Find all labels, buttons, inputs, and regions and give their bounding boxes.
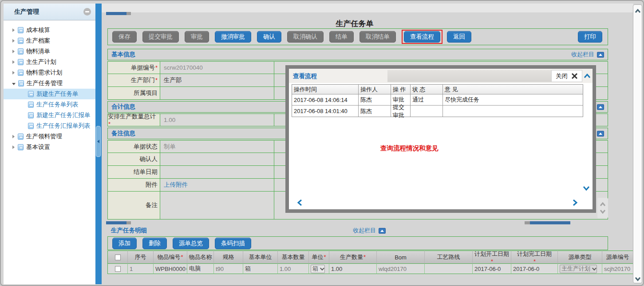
process-table-header: 操作时间 操作人 操 作 状 态 意 见 bbox=[292, 85, 583, 94]
op-time-cell: 2017-06-08 14:06:14 bbox=[292, 94, 359, 106]
scroll-left-icon[interactable] bbox=[297, 199, 304, 205]
order-status-field: 制单 bbox=[160, 141, 274, 153]
close-button[interactable]: 关闭 bbox=[556, 72, 568, 80]
sidebar-item-new-task-report[interactable]: 新建生产任务汇报单 bbox=[4, 110, 95, 121]
sidebar-item-label: 基本设置 bbox=[26, 143, 50, 151]
plan-end-cell[interactable]: 2017-06-0 bbox=[511, 264, 558, 274]
scroll-up-icon[interactable] bbox=[635, 7, 641, 12]
chevron-up-icon[interactable] bbox=[600, 202, 606, 207]
col-plan-end: 计划完工日期 bbox=[511, 251, 558, 264]
page-icon bbox=[18, 38, 24, 44]
source-overview-button[interactable]: 源单总览 bbox=[173, 238, 209, 249]
col-op-time: 操作时间 bbox=[292, 85, 359, 94]
sidebar-item-mrp[interactable]: 物料需求计划 bbox=[4, 67, 95, 78]
revoke-approval-button[interactable]: 撤消审批 bbox=[215, 31, 251, 43]
cancel-confirm-button[interactable]: 取消确认 bbox=[287, 31, 324, 43]
status-cell bbox=[411, 106, 443, 117]
remark-field[interactable] bbox=[160, 192, 274, 219]
close-icon[interactable] bbox=[571, 73, 578, 79]
sidebar-item-task-order-list[interactable]: 生产任务单列表 bbox=[4, 99, 95, 110]
close-date-field[interactable] bbox=[160, 166, 274, 178]
sidebar-item-new-task-order[interactable]: 新建生产任务单 bbox=[4, 89, 95, 99]
back-button[interactable]: 返回 bbox=[447, 31, 471, 43]
order-no-field[interactable]: scrw20170040 bbox=[160, 62, 274, 74]
unit-select[interactable]: 箱 bbox=[311, 265, 325, 273]
item-code-cell[interactable]: WPBH0000 bbox=[154, 264, 187, 274]
sidebar-item-master-plan[interactable]: 主生产计划 bbox=[4, 57, 95, 67]
collapse-up-icon[interactable] bbox=[597, 131, 604, 137]
sidebar-splitter[interactable] bbox=[95, 4, 102, 284]
row-select-cell bbox=[107, 264, 128, 274]
scroll-down-icon[interactable] bbox=[635, 275, 641, 281]
collapse-section-link[interactable]: 收起栏目 bbox=[571, 51, 604, 59]
horizontal-scrollbar-detail-right[interactable] bbox=[525, 221, 570, 224]
vertical-scrollbar[interactable] bbox=[633, 4, 642, 283]
approve-button[interactable]: 审批 bbox=[185, 31, 209, 43]
sidebar-item-label: 生产领料管理 bbox=[26, 133, 62, 141]
page-icon bbox=[18, 70, 24, 76]
scroll-up-icon[interactable] bbox=[584, 73, 591, 79]
qty-cell[interactable]: 1.00 bbox=[329, 264, 377, 274]
detail-toolbar: 添加 删除 源单总览 条码扫描 bbox=[107, 236, 608, 250]
dialog-close-box: 关闭 bbox=[551, 70, 582, 82]
col-operator: 操作人 bbox=[359, 85, 391, 94]
col-source-no: 源单编号 bbox=[602, 251, 633, 264]
submit-approval-button[interactable]: 提交审批 bbox=[142, 31, 179, 43]
confirm-button[interactable]: 确认 bbox=[257, 31, 281, 43]
collapse-up-icon[interactable] bbox=[379, 228, 386, 234]
collapse-up-icon[interactable] bbox=[597, 104, 604, 110]
scrollbar-thumb[interactable] bbox=[106, 12, 126, 15]
col-qty: 生产数量 bbox=[329, 251, 377, 264]
splitter-collapse-handle[interactable] bbox=[96, 126, 101, 157]
horizontal-scrollbar-detail-left[interactable] bbox=[106, 221, 131, 224]
sidebar: 生产管理 成本核算 生产档案 物料清单 主生产计划 bbox=[4, 4, 95, 284]
sidebar-item-task-report-list[interactable]: 生产任务汇报单列表 bbox=[4, 121, 95, 131]
plan-start-cell[interactable]: 2017-06-0 bbox=[473, 264, 511, 274]
chevron-down-icon bbox=[320, 266, 324, 270]
form-scroll-spinner[interactable] bbox=[597, 198, 608, 218]
sidebar-item-label: 物料清单 bbox=[26, 47, 50, 55]
bom-cell: wlqd20170 bbox=[377, 264, 425, 274]
scrollbar-track bbox=[126, 221, 131, 224]
sidebar-item-material-requisition[interactable]: 生产领料管理 bbox=[4, 131, 95, 142]
add-row-button[interactable]: 添加 bbox=[112, 238, 137, 249]
chevron-down-icon[interactable] bbox=[600, 209, 606, 214]
cancel-close-order-button[interactable]: 取消结单 bbox=[360, 31, 396, 43]
barcode-scan-button[interactable]: 条码扫描 bbox=[215, 238, 251, 249]
save-button[interactable]: 保存 bbox=[112, 31, 137, 43]
sidebar-item-basic-settings[interactable]: 基本设置 bbox=[4, 142, 95, 153]
col-opinion: 意 见 bbox=[443, 85, 583, 94]
close-order-button[interactable]: 结单 bbox=[329, 31, 354, 43]
view-process-button[interactable]: 查看流程 bbox=[404, 31, 440, 43]
project-field[interactable] bbox=[160, 87, 274, 99]
sidebar-collapse-icon[interactable] bbox=[83, 8, 91, 16]
scrollbar-thumb[interactable] bbox=[530, 221, 570, 224]
col-seq: 序号 bbox=[128, 251, 154, 264]
field-label: 单据状态 bbox=[108, 141, 160, 153]
scrollbar-thumb[interactable] bbox=[106, 221, 126, 224]
horizontal-scrollbar-top[interactable] bbox=[106, 12, 131, 15]
sidebar-item-cost-accounting[interactable]: 成本核算 bbox=[4, 25, 95, 35]
select-all-checkbox[interactable] bbox=[115, 255, 121, 260]
scroll-right-icon[interactable] bbox=[572, 199, 579, 205]
scroll-down-icon[interactable] bbox=[583, 185, 590, 191]
collapse-up-icon[interactable] bbox=[597, 52, 604, 58]
print-button[interactable]: 打印 bbox=[578, 31, 602, 43]
collapse-section-link[interactable]: 收起栏目 bbox=[353, 227, 386, 235]
row-checkbox[interactable] bbox=[115, 266, 121, 272]
page-icon bbox=[18, 48, 24, 55]
production-dept-field[interactable]: 生产部 bbox=[160, 74, 274, 86]
page-icon bbox=[28, 112, 34, 118]
sidebar-item-task-management[interactable]: 生产任务管理 bbox=[4, 78, 95, 89]
col-item-code: 物品编号 bbox=[154, 251, 187, 264]
section-title: 备注信息 bbox=[111, 129, 135, 137]
upload-attachment-link[interactable]: 上传附件 bbox=[164, 181, 188, 189]
total-qty-field[interactable]: 1.00 bbox=[160, 114, 274, 126]
delete-row-button[interactable]: 删除 bbox=[142, 238, 167, 249]
collapse-label: 收起栏目 bbox=[353, 227, 376, 235]
sidebar-item-production-archive[interactable]: 生产档案 bbox=[4, 35, 95, 46]
confirmer-field[interactable] bbox=[160, 153, 274, 165]
source-type-select[interactable]: 主生产计划 bbox=[560, 265, 597, 273]
sidebar-item-bom-list[interactable]: 物料清单 bbox=[4, 46, 95, 57]
section-header-detail: 生产任务明细 收起栏目 bbox=[107, 225, 608, 236]
